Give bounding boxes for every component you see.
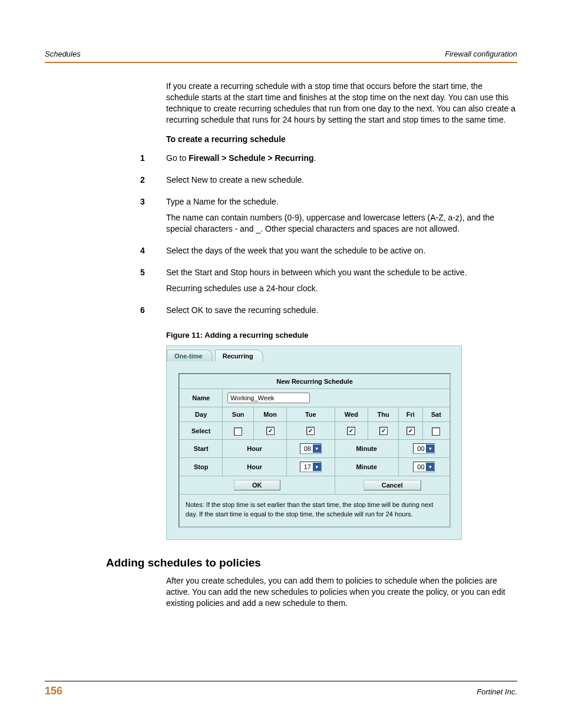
checkbox-tue[interactable]: ✓ xyxy=(306,427,315,435)
step-5-text-b: Recurring schedules use a 24-hour clock. xyxy=(166,283,517,294)
schedule-table: New Recurring Schedule Name Day Sun Mon … xyxy=(179,374,450,495)
chevron-down-icon: ▼ xyxy=(426,463,434,471)
day-tue: Tue xyxy=(287,407,335,422)
running-header: Schedules Firewall configuration xyxy=(45,50,517,58)
footer-right: Fortinet Inc. xyxy=(477,687,517,696)
label-day: Day xyxy=(180,407,223,422)
intro-paragraph: If you create a recurring schedule with … xyxy=(166,81,517,126)
procedure-heading: To create a recurring schedule xyxy=(166,134,517,145)
tab-one-time[interactable]: One-time xyxy=(167,350,213,361)
body-column: If you create a recurring schedule with … xyxy=(166,81,517,540)
step-4-text: Select the days of the week that you wan… xyxy=(166,245,517,256)
stop-hour-cell: 17▼ xyxy=(287,458,335,476)
schedule-panel: New Recurring Schedule Name Day Sun Mon … xyxy=(178,373,451,528)
day-wed: Wed xyxy=(335,407,368,422)
step-5: 5 Set the Start and Stop hours in betwee… xyxy=(166,267,517,299)
tab-body: New Recurring Schedule Name Day Sun Mon … xyxy=(167,361,461,539)
step-3-text-a: Type a Name for the schedule. xyxy=(166,196,517,207)
day-fri: Fri xyxy=(398,407,422,422)
label-select: Select xyxy=(180,422,223,440)
chevron-down-icon: ▼ xyxy=(313,463,321,471)
checkbox-thu[interactable]: ✓ xyxy=(379,427,388,435)
page-footer: 156 Fortinet Inc. xyxy=(45,681,517,697)
chevron-down-icon: ▼ xyxy=(426,444,434,453)
label-start-minute: Minute xyxy=(335,440,398,458)
footer-rule xyxy=(45,681,517,681)
label-stop-minute: Minute xyxy=(335,458,398,476)
cancel-cell: Cancel xyxy=(335,476,450,495)
start-minute-cell: 00▼ xyxy=(398,440,449,458)
step-1: 1 Go to Firewall > Schedule > Recurring. xyxy=(166,153,517,169)
tab-recurring[interactable]: Recurring xyxy=(215,350,263,361)
schedule-dialog: One-time Recurring New Recurring Schedul… xyxy=(166,345,462,540)
cancel-button[interactable]: Cancel xyxy=(363,480,421,490)
check-fri: ✓ xyxy=(398,422,422,440)
step-6: 6 Select OK to save the recurring schedu… xyxy=(166,305,517,321)
start-minute-select[interactable]: 00▼ xyxy=(413,443,435,454)
step-number: 4 xyxy=(140,245,166,261)
step-5-text-a: Set the Start and Stop hours in between … xyxy=(166,267,517,278)
header-rule xyxy=(45,62,517,63)
ok-cell: OK xyxy=(180,476,335,495)
checkbox-wed[interactable]: ✓ xyxy=(347,427,355,435)
ok-button[interactable]: OK xyxy=(234,480,280,490)
checkbox-sun[interactable] xyxy=(234,427,242,436)
step-number: 2 xyxy=(140,174,166,190)
section2-paragraph: After you create schedules, you can add … xyxy=(166,575,517,609)
procedure-list: 1 Go to Firewall > Schedule > Recurring.… xyxy=(166,153,517,320)
step-number: 3 xyxy=(140,196,166,239)
step-2: 2 Select New to create a new schedule. xyxy=(166,174,517,190)
page: Schedules Firewall configuration If you … xyxy=(0,0,562,728)
stop-minute-cell: 00▼ xyxy=(398,458,449,476)
step-2-text: Select New to create a new schedule. xyxy=(166,174,517,186)
start-hour-cell: 08▼ xyxy=(287,440,335,458)
name-cell xyxy=(223,389,450,407)
day-thu: Thu xyxy=(368,407,399,422)
step-6-text: Select OK to save the recurring schedule… xyxy=(166,305,517,316)
step-4: 4 Select the days of the week that you w… xyxy=(166,245,517,261)
panel-title: New Recurring Schedule xyxy=(180,374,450,389)
label-stop: Stop xyxy=(180,458,223,476)
label-start: Start xyxy=(180,440,223,458)
check-mon: ✓ xyxy=(254,422,287,440)
step-number: 1 xyxy=(140,153,166,169)
check-tue: ✓ xyxy=(287,422,335,440)
tab-bar: One-time Recurring xyxy=(167,346,461,361)
check-wed: ✓ xyxy=(335,422,368,440)
step-number: 5 xyxy=(140,267,166,299)
day-sat: Sat xyxy=(422,407,449,422)
checkbox-fri[interactable]: ✓ xyxy=(406,427,415,435)
name-input[interactable] xyxy=(227,393,310,403)
header-left: Schedules xyxy=(45,50,81,58)
page-number: 156 xyxy=(45,685,62,697)
start-hour-select[interactable]: 08▼ xyxy=(300,443,322,454)
step-number: 6 xyxy=(140,305,166,321)
check-sat xyxy=(422,422,449,440)
label-name: Name xyxy=(180,389,223,407)
check-thu: ✓ xyxy=(368,422,399,440)
stop-hour-select[interactable]: 17▼ xyxy=(300,462,322,472)
header-right: Firewall configuration xyxy=(445,50,517,58)
step-1-text: Go to Firewall > Schedule > Recurring. xyxy=(166,153,517,164)
checkbox-sat[interactable] xyxy=(432,427,440,436)
breadcrumb-path: Firewall > Schedule > Recurring xyxy=(189,153,313,163)
check-sun xyxy=(223,422,254,440)
notes-text: Notes: If the stop time is set earlier t… xyxy=(179,495,450,527)
step-3-text-b: The name can contain numbers (0-9), uppe… xyxy=(166,212,517,235)
label-stop-hour: Hour xyxy=(223,458,287,476)
day-mon: Mon xyxy=(254,407,287,422)
stop-minute-select[interactable]: 00▼ xyxy=(413,462,435,472)
day-sun: Sun xyxy=(223,407,254,422)
section-heading: Adding schedules to policies xyxy=(106,556,517,569)
chevron-down-icon: ▼ xyxy=(313,444,321,453)
figure-caption: Figure 11: Adding a recurring schedule xyxy=(166,331,517,340)
checkbox-mon[interactable]: ✓ xyxy=(266,427,275,435)
label-start-hour: Hour xyxy=(223,440,287,458)
step-3: 3 Type a Name for the schedule. The name… xyxy=(166,196,517,239)
